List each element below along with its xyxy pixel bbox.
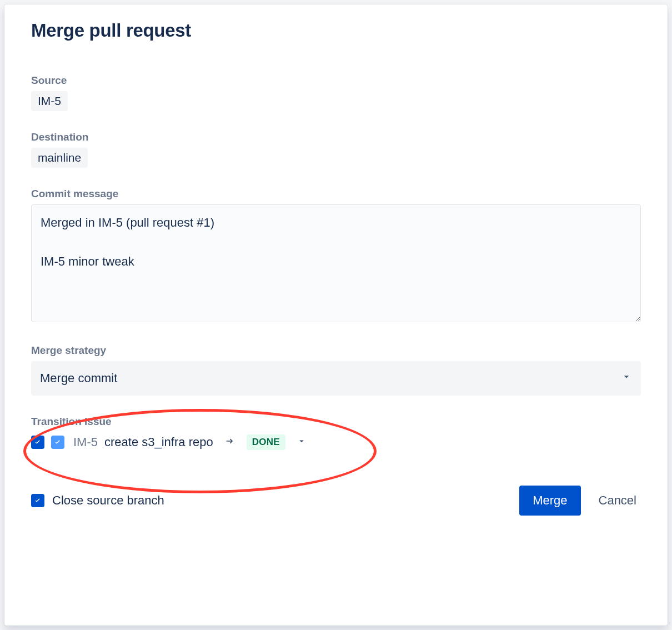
transition-issue-row: IM-5 create s3_infra repo DONE (31, 434, 641, 450)
merge-strategy-label: Merge strategy (31, 344, 641, 357)
close-source-branch-option: Close source branch (31, 493, 164, 508)
merge-strategy-field: Merge strategy Merge commit (31, 344, 641, 396)
destination-branch-tag: mainline (31, 148, 88, 168)
source-label: Source (31, 74, 641, 87)
commit-message-input[interactable] (31, 204, 641, 322)
chevron-down-icon (621, 371, 632, 386)
issue-key: IM-5 (73, 435, 98, 449)
status-badge: DONE (247, 434, 285, 450)
destination-field: Destination mainline (31, 131, 641, 168)
destination-label: Destination (31, 131, 641, 143)
issue-title: create s3_infra repo (104, 435, 213, 449)
merge-strategy-value: Merge commit (40, 371, 117, 386)
merge-button[interactable]: Merge (519, 486, 580, 516)
modal-footer: Close source branch Merge Cancel (31, 486, 641, 516)
arrow-right-icon (224, 436, 235, 449)
source-field: Source IM-5 (31, 74, 641, 111)
modal-title: Merge pull request (31, 20, 641, 41)
commit-message-label: Commit message (31, 188, 641, 200)
close-source-branch-checkbox[interactable] (31, 494, 44, 507)
action-buttons: Merge Cancel (519, 486, 641, 516)
cancel-button[interactable]: Cancel (594, 486, 641, 516)
merge-pull-request-modal: Merge pull request Source IM-5 Destinati… (4, 4, 668, 626)
transition-checkbox-all[interactable] (31, 436, 44, 449)
merge-strategy-select[interactable]: Merge commit (31, 361, 641, 396)
source-branch-tag: IM-5 (31, 91, 68, 111)
close-source-branch-label: Close source branch (52, 493, 164, 508)
transition-checkbox-item[interactable] (51, 436, 64, 449)
commit-message-field: Commit message (31, 188, 641, 324)
transition-issue-label: Transition issue (31, 416, 641, 428)
transition-issue-section: Transition issue IM-5 create s3_infra re… (31, 416, 641, 450)
status-dropdown-toggle[interactable] (297, 436, 307, 448)
